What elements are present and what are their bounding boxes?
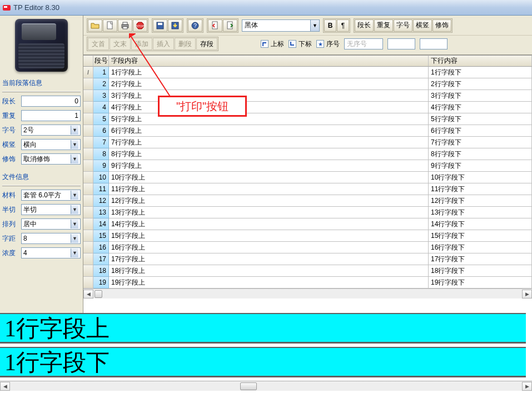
print-button[interactable] bbox=[118, 19, 132, 32]
seg-delete[interactable]: 删段 bbox=[175, 38, 196, 50]
cell-content-b[interactable]: 10行字段下 bbox=[429, 172, 532, 183]
seg-add[interactable]: 添加 bbox=[131, 38, 152, 50]
cell-content-a[interactable]: 3行字段上 bbox=[109, 90, 429, 102]
table-row[interactable]: 1111行字段上11行字段下 bbox=[83, 183, 532, 195]
grid-horizontal-scrollbar[interactable]: ◀ ▶ bbox=[83, 288, 532, 298]
combo-density[interactable]: 4▼ bbox=[21, 247, 81, 258]
chk-subscript[interactable]: 下标 bbox=[289, 39, 312, 49]
cell-content-b[interactable]: 14行字段下 bbox=[429, 218, 532, 230]
cell-content-a[interactable]: 16行字段上 bbox=[109, 242, 429, 253]
cell-content-a[interactable]: 13行字段上 bbox=[109, 207, 429, 218]
cell-content-a[interactable]: 5行字段上 bbox=[109, 113, 429, 125]
cell-content-a[interactable]: 17行字段上 bbox=[109, 253, 429, 265]
cell-content-a[interactable]: 19行字段上 bbox=[109, 277, 429, 288]
help-button[interactable]: ? bbox=[188, 19, 202, 32]
opt-decor[interactable]: 修饰 bbox=[432, 19, 451, 32]
cell-content-b[interactable]: 17行字段下 bbox=[429, 253, 532, 265]
table-row[interactable]: 77行字段上7行字段下 bbox=[83, 137, 532, 148]
data-grid[interactable]: 段号 字段内容 下行内容 I11行字段上1行字段下22行字段上2行字段下33行字… bbox=[83, 54, 532, 313]
combo-decor[interactable]: 取消修饰▼ bbox=[21, 153, 81, 165]
scroll-right-icon[interactable]: ▶ bbox=[522, 382, 532, 391]
cell-content-b[interactable]: 8行字段下 bbox=[429, 148, 532, 160]
cell-content-b[interactable]: 7行字段下 bbox=[429, 137, 532, 148]
sequence-input[interactable]: 无序号 bbox=[344, 38, 383, 49]
input-seglen[interactable]: 0 bbox=[21, 96, 81, 107]
cell-content-b[interactable]: 18行字段下 bbox=[429, 265, 532, 277]
save-button[interactable] bbox=[153, 19, 167, 32]
combo-halfcut[interactable]: 半切▼ bbox=[21, 204, 81, 215]
table-row[interactable]: 44行字段上4行字段下 bbox=[83, 102, 532, 113]
table-row[interactable]: 22行字段上2行字段下 bbox=[83, 78, 532, 90]
export-button[interactable] bbox=[168, 19, 182, 32]
table-row[interactable]: 55行字段上5行字段下 bbox=[83, 113, 532, 125]
cell-content-a[interactable]: 7行字段上 bbox=[109, 137, 429, 148]
combo-material[interactable]: 套管 6.0平方▼ bbox=[21, 190, 81, 201]
opt-fontno[interactable]: 字号 bbox=[394, 19, 412, 32]
table-row[interactable]: 1818行字段上18行字段下 bbox=[83, 265, 532, 277]
table-row[interactable]: 1010行字段上10行字段下 bbox=[83, 172, 532, 183]
table-row[interactable]: 1717行字段上17行字段下 bbox=[83, 253, 532, 265]
cell-content-b[interactable]: 9行字段下 bbox=[429, 160, 532, 172]
cell-content-a[interactable]: 4行字段上 bbox=[109, 102, 429, 113]
bold-button[interactable]: B bbox=[324, 19, 336, 32]
table-row[interactable]: 1616行字段上16行字段下 bbox=[83, 242, 532, 253]
cell-content-a[interactable]: 1行字段上 bbox=[109, 67, 429, 78]
scroll-right-icon[interactable]: ▶ bbox=[522, 290, 532, 298]
cell-content-b[interactable]: 13行字段下 bbox=[429, 207, 532, 218]
scroll-left-icon[interactable]: ◀ bbox=[0, 382, 10, 391]
cell-content-b[interactable]: 3行字段下 bbox=[429, 90, 532, 102]
cell-content-a[interactable]: 18行字段上 bbox=[109, 265, 429, 277]
aux-input-2[interactable] bbox=[420, 38, 448, 49]
table-row[interactable]: 1313行字段上13行字段下 bbox=[83, 207, 532, 218]
table-row[interactable]: 33行字段上3行字段下 bbox=[83, 90, 532, 102]
open-button[interactable] bbox=[88, 19, 102, 32]
table-row[interactable]: 1414行字段上14行字段下 bbox=[83, 218, 532, 230]
cell-content-b[interactable]: 2行字段下 bbox=[429, 78, 532, 90]
table-row[interactable]: I11行字段上1行字段下 bbox=[83, 67, 532, 78]
pilcrow-button[interactable]: ¶ bbox=[337, 19, 349, 32]
cell-content-a[interactable]: 9行字段上 bbox=[109, 160, 429, 172]
cell-content-a[interactable]: 2行字段上 bbox=[109, 78, 429, 90]
table-row[interactable]: 1919行字段上19行字段下 bbox=[83, 277, 532, 288]
table-row[interactable]: 88行字段上8行字段下 bbox=[83, 148, 532, 160]
window-horizontal-scrollbar[interactable]: ◀ ▶ bbox=[0, 381, 532, 391]
chk-sequence[interactable]: ★ 序号 bbox=[316, 39, 340, 49]
combo-align[interactable]: 居中▼ bbox=[21, 218, 81, 230]
cell-content-a[interactable]: 12行字段上 bbox=[109, 195, 429, 207]
cell-content-b[interactable]: 16行字段下 bbox=[429, 242, 532, 253]
seg-insert[interactable]: 插入 bbox=[153, 38, 174, 50]
table-row[interactable]: 1515行字段上15行字段下 bbox=[83, 230, 532, 242]
seg-last[interactable]: 文末 bbox=[110, 38, 131, 50]
seg-store[interactable]: 存段 bbox=[196, 38, 217, 50]
new-button[interactable] bbox=[103, 19, 117, 32]
cell-content-a[interactable]: 11行字段上 bbox=[109, 183, 429, 195]
combo-orient[interactable]: 横向▼ bbox=[21, 139, 81, 150]
opt-seglen[interactable]: 段长 bbox=[355, 19, 374, 32]
cell-content-b[interactable]: 5行字段下 bbox=[429, 113, 532, 125]
scroll-left-icon[interactable]: ◀ bbox=[83, 290, 93, 298]
scroll-track[interactable] bbox=[93, 290, 522, 298]
cell-content-a[interactable]: 6行字段上 bbox=[109, 125, 429, 137]
scroll-track[interactable] bbox=[10, 382, 522, 391]
cell-content-b[interactable]: 15行字段下 bbox=[429, 230, 532, 242]
cell-content-b[interactable]: 11行字段下 bbox=[429, 183, 532, 195]
scroll-thumb[interactable] bbox=[240, 382, 257, 390]
cell-content-a[interactable]: 8行字段上 bbox=[109, 148, 429, 160]
upload-button[interactable] bbox=[208, 19, 222, 32]
opt-repeat[interactable]: 重复 bbox=[374, 19, 393, 32]
cell-content-b[interactable]: 19行字段下 bbox=[429, 277, 532, 288]
download-button[interactable] bbox=[223, 19, 237, 32]
cell-content-b[interactable]: 6行字段下 bbox=[429, 125, 532, 137]
cell-content-a[interactable]: 14行字段上 bbox=[109, 218, 429, 230]
font-combo[interactable]: 黑体 ▼ bbox=[242, 19, 320, 32]
table-row[interactable]: 66行字段上6行字段下 bbox=[83, 125, 532, 137]
scroll-thumb[interactable] bbox=[95, 290, 102, 298]
combo-fontno[interactable]: 2号▼ bbox=[21, 125, 81, 136]
cell-content-a[interactable]: 15行字段上 bbox=[109, 230, 429, 242]
chk-superscript[interactable]: 上标 bbox=[261, 39, 284, 49]
aux-input-1[interactable] bbox=[387, 38, 415, 49]
cell-content-b[interactable]: 12行字段下 bbox=[429, 195, 532, 207]
table-row[interactable]: 99行字段上9行字段下 bbox=[83, 160, 532, 172]
cell-content-a[interactable]: 10行字段上 bbox=[109, 172, 429, 183]
seg-first[interactable]: 文首 bbox=[88, 38, 109, 50]
